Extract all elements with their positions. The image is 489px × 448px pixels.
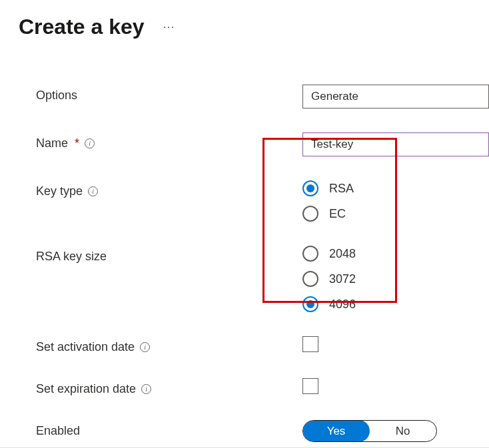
radio-circle-icon [302,180,318,196]
options-value: Generate [311,90,358,103]
radio-circle-icon [302,246,318,262]
name-label: Name * i [36,136,95,150]
radio-circle-icon [302,271,318,287]
radio-label: 2048 [329,247,356,261]
info-icon[interactable]: i [88,186,98,196]
expiration-date-label: Set expiration date i [36,382,151,396]
radio-label: 4096 [329,298,356,312]
rsa-size-2048-radio[interactable]: 2048 [302,246,489,262]
activation-date-checkbox[interactable] [302,336,318,352]
key-type-ec-radio[interactable]: EC [302,206,489,222]
info-icon[interactable]: i [141,384,151,394]
expiration-date-checkbox[interactable] [302,378,318,394]
options-select[interactable]: Generate [302,85,489,109]
rsa-size-3072-radio[interactable]: 3072 [302,271,489,287]
key-type-rsa-radio[interactable]: RSA [302,180,489,196]
page-title: Create a key [19,15,145,39]
radio-label: EC [329,207,346,221]
more-actions-icon[interactable]: ··· [163,20,175,34]
radio-circle-icon [302,296,318,312]
enabled-toggle[interactable]: Yes No [302,420,437,442]
activation-date-label: Set activation date i [36,340,150,354]
options-label: Options [36,89,77,103]
enabled-no-option[interactable]: No [369,421,436,441]
key-type-label: Key type i [36,184,98,198]
enabled-label: Enabled [36,424,80,438]
rsa-size-4096-radio[interactable]: 4096 [302,296,489,312]
enabled-yes-option[interactable]: Yes [302,420,370,442]
radio-circle-icon [302,206,318,222]
info-icon[interactable]: i [85,138,95,148]
rsa-key-size-label: RSA key size [36,250,107,264]
radio-label: 3072 [329,272,356,286]
name-input[interactable] [302,132,489,156]
radio-label: RSA [329,182,354,196]
required-asterisk: * [75,136,79,150]
info-icon[interactable]: i [140,342,150,352]
